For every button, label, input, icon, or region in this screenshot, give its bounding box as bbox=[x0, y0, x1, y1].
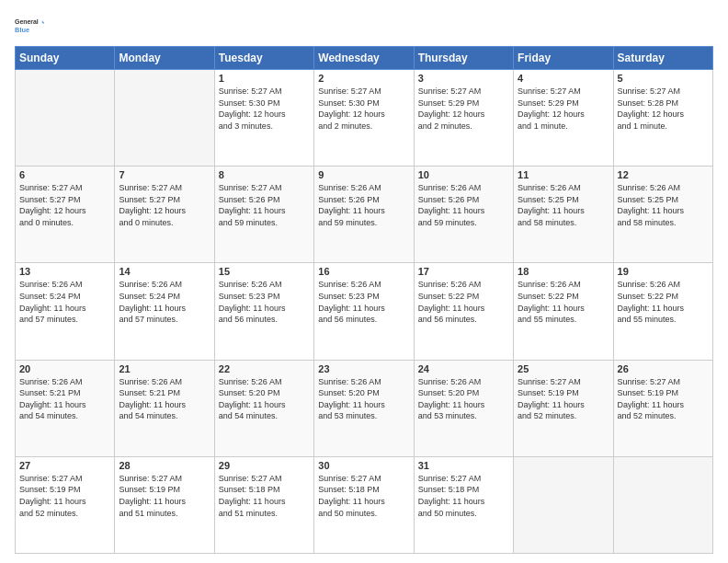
svg-text:Blue: Blue bbox=[15, 26, 29, 34]
logo-icon: General Blue bbox=[15, 13, 44, 39]
calendar-table: SundayMondayTuesdayWednesdayThursdayFrid… bbox=[15, 46, 713, 554]
day-number: 20 bbox=[19, 363, 110, 374]
calendar-week-row: 6Sunrise: 5:27 AM Sunset: 5:27 PM Daylig… bbox=[16, 167, 713, 263]
day-number: 13 bbox=[19, 266, 110, 277]
day-info: Sunrise: 5:27 AM Sunset: 5:18 PM Dayligh… bbox=[219, 473, 310, 519]
calendar-header-saturday: Saturday bbox=[613, 47, 712, 70]
day-number: 31 bbox=[418, 460, 509, 471]
calendar-cell: 14Sunrise: 5:26 AM Sunset: 5:24 PM Dayli… bbox=[115, 263, 214, 360]
logo: General Blue bbox=[15, 13, 44, 39]
day-number: 29 bbox=[219, 460, 310, 471]
day-info: Sunrise: 5:27 AM Sunset: 5:19 PM Dayligh… bbox=[19, 473, 110, 519]
svg-marker-2 bbox=[42, 20, 44, 24]
calendar-cell: 4Sunrise: 5:27 AM Sunset: 5:29 PM Daylig… bbox=[514, 70, 613, 167]
day-info: Sunrise: 5:26 AM Sunset: 5:20 PM Dayligh… bbox=[219, 376, 310, 422]
day-info: Sunrise: 5:26 AM Sunset: 5:22 PM Dayligh… bbox=[418, 279, 509, 325]
calendar-cell: 12Sunrise: 5:26 AM Sunset: 5:25 PM Dayli… bbox=[613, 167, 712, 263]
calendar-cell: 3Sunrise: 5:27 AM Sunset: 5:29 PM Daylig… bbox=[414, 70, 513, 167]
calendar-cell bbox=[115, 70, 214, 167]
day-info: Sunrise: 5:26 AM Sunset: 5:24 PM Dayligh… bbox=[119, 279, 210, 325]
day-number: 28 bbox=[119, 460, 210, 471]
calendar-cell bbox=[613, 456, 712, 553]
calendar-cell: 19Sunrise: 5:26 AM Sunset: 5:22 PM Dayli… bbox=[613, 263, 712, 360]
day-number: 23 bbox=[318, 363, 409, 374]
calendar-cell bbox=[16, 70, 115, 167]
calendar-cell: 23Sunrise: 5:26 AM Sunset: 5:20 PM Dayli… bbox=[314, 360, 414, 456]
day-info: Sunrise: 5:26 AM Sunset: 5:25 PM Dayligh… bbox=[518, 182, 609, 228]
calendar-cell: 2Sunrise: 5:27 AM Sunset: 5:30 PM Daylig… bbox=[314, 70, 414, 167]
calendar-cell: 10Sunrise: 5:26 AM Sunset: 5:26 PM Dayli… bbox=[414, 167, 513, 263]
day-info: Sunrise: 5:27 AM Sunset: 5:30 PM Dayligh… bbox=[318, 86, 409, 132]
calendar-header-monday: Monday bbox=[115, 47, 214, 70]
calendar-header-row: SundayMondayTuesdayWednesdayThursdayFrid… bbox=[16, 47, 713, 70]
calendar-cell: 29Sunrise: 5:27 AM Sunset: 5:18 PM Dayli… bbox=[214, 456, 313, 553]
day-number: 8 bbox=[219, 169, 310, 180]
day-info: Sunrise: 5:27 AM Sunset: 5:27 PM Dayligh… bbox=[19, 182, 110, 228]
day-number: 17 bbox=[418, 266, 509, 277]
calendar-cell: 31Sunrise: 5:27 AM Sunset: 5:18 PM Dayli… bbox=[414, 456, 513, 553]
day-info: Sunrise: 5:27 AM Sunset: 5:19 PM Dayligh… bbox=[119, 473, 210, 519]
calendar-cell: 18Sunrise: 5:26 AM Sunset: 5:22 PM Dayli… bbox=[514, 263, 613, 360]
day-info: Sunrise: 5:26 AM Sunset: 5:21 PM Dayligh… bbox=[19, 376, 110, 422]
day-info: Sunrise: 5:26 AM Sunset: 5:26 PM Dayligh… bbox=[418, 182, 509, 228]
day-info: Sunrise: 5:27 AM Sunset: 5:30 PM Dayligh… bbox=[219, 86, 310, 132]
day-number: 7 bbox=[119, 169, 210, 180]
day-info: Sunrise: 5:26 AM Sunset: 5:24 PM Dayligh… bbox=[19, 279, 110, 325]
day-info: Sunrise: 5:26 AM Sunset: 5:20 PM Dayligh… bbox=[418, 376, 509, 422]
day-number: 14 bbox=[119, 266, 210, 277]
day-info: Sunrise: 5:26 AM Sunset: 5:25 PM Dayligh… bbox=[618, 182, 709, 228]
day-number: 12 bbox=[618, 169, 709, 180]
calendar-week-row: 1Sunrise: 5:27 AM Sunset: 5:30 PM Daylig… bbox=[16, 70, 713, 167]
day-number: 9 bbox=[318, 169, 409, 180]
day-number: 25 bbox=[518, 363, 609, 374]
day-number: 18 bbox=[518, 266, 609, 277]
calendar-header-friday: Friday bbox=[514, 47, 613, 70]
calendar-cell: 15Sunrise: 5:26 AM Sunset: 5:23 PM Dayli… bbox=[214, 263, 313, 360]
day-info: Sunrise: 5:27 AM Sunset: 5:19 PM Dayligh… bbox=[618, 376, 709, 422]
calendar-cell: 5Sunrise: 5:27 AM Sunset: 5:28 PM Daylig… bbox=[613, 70, 712, 167]
day-number: 27 bbox=[19, 460, 110, 471]
calendar-week-row: 20Sunrise: 5:26 AM Sunset: 5:21 PM Dayli… bbox=[16, 360, 713, 456]
day-info: Sunrise: 5:27 AM Sunset: 5:18 PM Dayligh… bbox=[318, 473, 409, 519]
day-number: 2 bbox=[318, 73, 409, 84]
calendar-cell: 11Sunrise: 5:26 AM Sunset: 5:25 PM Dayli… bbox=[514, 167, 613, 263]
day-number: 6 bbox=[19, 169, 110, 180]
day-number: 24 bbox=[418, 363, 509, 374]
day-info: Sunrise: 5:26 AM Sunset: 5:23 PM Dayligh… bbox=[219, 279, 310, 325]
calendar-cell: 21Sunrise: 5:26 AM Sunset: 5:21 PM Dayli… bbox=[115, 360, 214, 456]
day-number: 4 bbox=[518, 73, 609, 84]
calendar-header-wednesday: Wednesday bbox=[314, 47, 414, 70]
day-number: 1 bbox=[219, 73, 310, 84]
day-info: Sunrise: 5:26 AM Sunset: 5:26 PM Dayligh… bbox=[318, 182, 409, 228]
day-info: Sunrise: 5:26 AM Sunset: 5:20 PM Dayligh… bbox=[318, 376, 409, 422]
day-number: 5 bbox=[618, 73, 709, 84]
calendar-cell: 1Sunrise: 5:27 AM Sunset: 5:30 PM Daylig… bbox=[214, 70, 313, 167]
day-number: 21 bbox=[119, 363, 210, 374]
day-info: Sunrise: 5:26 AM Sunset: 5:22 PM Dayligh… bbox=[518, 279, 609, 325]
day-info: Sunrise: 5:27 AM Sunset: 5:19 PM Dayligh… bbox=[518, 376, 609, 422]
calendar-cell: 17Sunrise: 5:26 AM Sunset: 5:22 PM Dayli… bbox=[414, 263, 513, 360]
day-info: Sunrise: 5:27 AM Sunset: 5:29 PM Dayligh… bbox=[418, 86, 509, 132]
calendar-cell: 27Sunrise: 5:27 AM Sunset: 5:19 PM Dayli… bbox=[16, 456, 115, 553]
header: General Blue bbox=[15, 13, 713, 39]
day-info: Sunrise: 5:27 AM Sunset: 5:29 PM Dayligh… bbox=[518, 86, 609, 132]
calendar-cell: 16Sunrise: 5:26 AM Sunset: 5:23 PM Dayli… bbox=[314, 263, 414, 360]
calendar-header-thursday: Thursday bbox=[414, 47, 513, 70]
calendar-cell: 6Sunrise: 5:27 AM Sunset: 5:27 PM Daylig… bbox=[16, 167, 115, 263]
day-number: 19 bbox=[618, 266, 709, 277]
calendar-cell: 24Sunrise: 5:26 AM Sunset: 5:20 PM Dayli… bbox=[414, 360, 513, 456]
day-number: 30 bbox=[318, 460, 409, 471]
calendar-cell: 22Sunrise: 5:26 AM Sunset: 5:20 PM Dayli… bbox=[214, 360, 313, 456]
calendar-week-row: 13Sunrise: 5:26 AM Sunset: 5:24 PM Dayli… bbox=[16, 263, 713, 360]
day-info: Sunrise: 5:27 AM Sunset: 5:18 PM Dayligh… bbox=[418, 473, 509, 519]
calendar-cell: 13Sunrise: 5:26 AM Sunset: 5:24 PM Dayli… bbox=[16, 263, 115, 360]
calendar-cell: 9Sunrise: 5:26 AM Sunset: 5:26 PM Daylig… bbox=[314, 167, 414, 263]
day-info: Sunrise: 5:26 AM Sunset: 5:23 PM Dayligh… bbox=[318, 279, 409, 325]
calendar-cell: 26Sunrise: 5:27 AM Sunset: 5:19 PM Dayli… bbox=[613, 360, 712, 456]
day-number: 3 bbox=[418, 73, 509, 84]
calendar-cell: 20Sunrise: 5:26 AM Sunset: 5:21 PM Dayli… bbox=[16, 360, 115, 456]
day-info: Sunrise: 5:27 AM Sunset: 5:27 PM Dayligh… bbox=[119, 182, 210, 228]
calendar-cell bbox=[514, 456, 613, 553]
calendar-header-tuesday: Tuesday bbox=[214, 47, 313, 70]
day-number: 16 bbox=[318, 266, 409, 277]
